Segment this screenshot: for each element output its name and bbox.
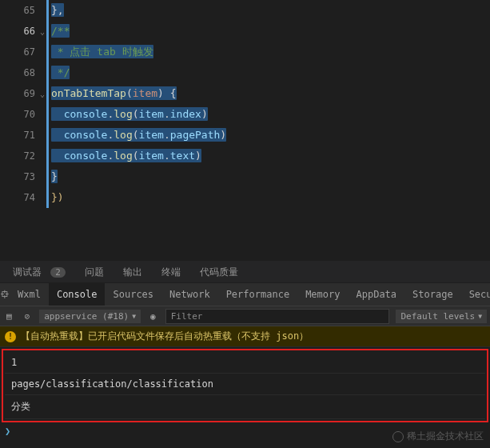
code-line[interactable]: }, <box>51 0 490 21</box>
devtab-appdata[interactable]: AppData <box>348 283 404 306</box>
line-number: 72 <box>0 146 35 166</box>
console-row[interactable]: 1 <box>5 352 485 374</box>
line-number: 73 <box>0 166 35 187</box>
console-warning[interactable]: ! 【自动热重载】已开启代码文件保存后自动热重载（不支持 json） <box>0 326 490 347</box>
tab-terminal[interactable]: 终端 <box>152 261 190 283</box>
devtab-memory[interactable]: Memory <box>297 283 348 306</box>
console-toolbar: ▤ ⊘ appservice (#18)▼ ◉ Filter Default l… <box>0 306 490 326</box>
line-number: 68 <box>0 62 35 83</box>
tab-debugger[interactable]: 调试器 2 <box>3 261 75 283</box>
sidebar-toggle-icon[interactable]: ▤ <box>0 311 18 322</box>
line-number: 67 <box>0 42 35 62</box>
watermark: 稀土掘金技术社区 <box>392 430 484 443</box>
devtab-secu[interactable]: Secu <box>461 283 490 306</box>
console-row[interactable]: 分类 <box>5 395 485 419</box>
devtab-sources[interactable]: Sources <box>105 283 161 306</box>
devtab-console[interactable]: Console <box>49 283 106 306</box>
code-line[interactable]: console.log(item.pagePath) <box>51 125 490 146</box>
line-number: 70 <box>0 104 35 125</box>
tab-output[interactable]: 输出 <box>114 261 152 283</box>
devtab-performance[interactable]: Performance <box>218 283 297 306</box>
code-area[interactable]: },/** * 点击 tab 时触发 */onTabItemTap(item) … <box>46 0 490 261</box>
code-line[interactable]: */ <box>51 62 490 83</box>
warning-text: 【自动热重载】已开启代码文件保存后自动热重载（不支持 json） <box>21 330 309 343</box>
highlighted-output: 1 pages/classification/classification 分类 <box>2 349 488 422</box>
context-select[interactable]: appservice (#18)▼ <box>39 310 141 323</box>
chevron-down-icon: ▼ <box>478 313 482 320</box>
line-gutter: 6566⌄676869⌄7071727374 <box>0 0 46 261</box>
code-line[interactable]: /** <box>51 21 490 42</box>
line-number: 65 <box>0 0 35 21</box>
console-row[interactable]: pages/classification/classification <box>5 374 485 395</box>
filter-input[interactable]: Filter <box>165 309 390 324</box>
fold-icon[interactable]: ⌄ <box>40 90 45 98</box>
levels-select[interactable]: Default levels▼ <box>396 310 487 323</box>
devtab-storage[interactable]: Storage <box>404 283 461 306</box>
line-number: 66 <box>0 21 35 42</box>
code-editor[interactable]: 6566⌄676869⌄7071727374 },/** * 点击 tab 时触… <box>0 0 490 261</box>
line-number: 69 <box>0 83 35 104</box>
code-line[interactable]: console.log(item.index) <box>51 104 490 125</box>
line-number: 71 <box>0 125 35 146</box>
warning-icon: ! <box>5 331 16 342</box>
badge-count: 2 <box>50 267 66 278</box>
eye-icon[interactable]: ◉ <box>144 311 162 322</box>
console-output: ! 【自动热重载】已开启代码文件保存后自动热重载（不支持 json） 1 pag… <box>0 326 490 438</box>
code-line[interactable]: * 点击 tab 时触发 <box>51 42 490 62</box>
tab-problems[interactable]: 问题 <box>75 261 114 283</box>
clear-icon[interactable]: ⊘ <box>18 311 37 322</box>
line-number: 74 <box>0 187 35 208</box>
logo-icon <box>392 431 404 442</box>
tab-quality[interactable]: 代码质量 <box>190 261 248 283</box>
code-line[interactable]: console.log(item.text) <box>51 146 490 166</box>
inspect-icon[interactable]: ⯐ <box>0 289 10 300</box>
devtab-wxml[interactable]: Wxml <box>10 283 49 306</box>
code-line[interactable]: onTabItemTap(item) { <box>51 83 490 104</box>
code-line[interactable]: } <box>51 166 490 187</box>
code-line[interactable]: }) <box>51 187 490 208</box>
indent-guide <box>46 0 49 208</box>
fold-icon[interactable]: ⌄ <box>40 27 45 36</box>
chevron-down-icon: ▼ <box>132 313 136 320</box>
devtools-tabs: ⯐ WxmlConsoleSourcesNetworkPerformanceMe… <box>0 283 490 306</box>
panel-tabs: 调试器 2 问题 输出 终端 代码质量 <box>0 261 490 283</box>
devtab-network[interactable]: Network <box>161 283 218 306</box>
